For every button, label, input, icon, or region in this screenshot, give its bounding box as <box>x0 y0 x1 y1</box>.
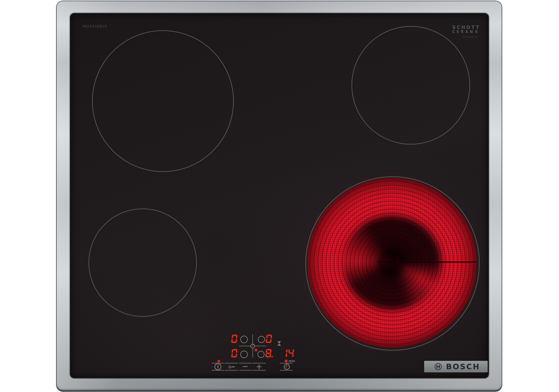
key-row-line <box>252 370 266 371</box>
cooking-zone-front-left <box>88 209 197 317</box>
display-back-left-level <box>232 335 238 344</box>
display-back-right-level <box>266 335 273 344</box>
hourglass-icon <box>277 341 281 346</box>
heater-dark-center <box>343 216 441 310</box>
glass-code-print: 9001608116 <box>463 36 477 38</box>
key-row-line <box>280 370 293 371</box>
bosch-badge: BOSCH <box>424 361 488 372</box>
display-divider-vertical-top <box>252 335 253 344</box>
power-on-indicator <box>217 360 220 362</box>
display-divider-vertical-bottom <box>252 349 253 357</box>
cooking-zone-back-right <box>352 26 470 145</box>
bosch-logo-icon <box>434 363 442 370</box>
zone-select-back-right[interactable] <box>258 336 265 343</box>
zone-timer-clock-icon <box>250 343 256 349</box>
zone-select-front-left[interactable] <box>240 351 248 358</box>
bosch-logo-text: BOSCH <box>446 362 480 371</box>
key-row-line <box>225 370 238 371</box>
key-row-line <box>252 363 266 364</box>
key-row-line <box>225 363 238 364</box>
zone-select-back-left[interactable] <box>240 336 248 343</box>
display-divider-horizontal-left <box>239 346 251 346</box>
timer-clock-button[interactable] <box>283 364 290 370</box>
schott-ceran-logo: SCHOTT CERAN® <box>452 25 480 34</box>
model-number-print: PKE645BB2E <box>83 25 107 28</box>
timer-active-indicator <box>285 360 288 362</box>
radiant-heater-active <box>307 178 476 347</box>
display-front-left-level <box>232 349 238 358</box>
display-front-right-level <box>266 349 272 358</box>
key-row-line <box>239 363 252 364</box>
active-zone-indicator <box>255 349 257 351</box>
display-timer-minutes <box>282 349 295 358</box>
schott-ceran-logo-line1: SCHOTT <box>452 25 480 30</box>
minus-button[interactable] <box>243 366 248 367</box>
heater-limiter-pin <box>396 256 400 267</box>
child-lock-key-button[interactable] <box>228 365 235 369</box>
ceramic-glass-surface: PKE645BB2E SCHOTT CERAN® 9001608116 <box>71 14 488 378</box>
cooking-zone-back-left <box>92 30 234 172</box>
zone-select-front-right[interactable] <box>257 351 265 358</box>
timer-unit-label: min <box>289 359 295 363</box>
product-photo: PKE645BB2E SCHOTT CERAN® 9001608116 <box>0 0 559 392</box>
heater-limiter-rod <box>378 262 476 263</box>
schott-ceran-logo-line2: CERAN® <box>452 30 480 34</box>
power-button[interactable] <box>214 363 222 370</box>
plus-button[interactable] <box>257 364 262 369</box>
display-divider-horizontal-right <box>254 346 266 346</box>
key-row-line <box>239 370 252 371</box>
